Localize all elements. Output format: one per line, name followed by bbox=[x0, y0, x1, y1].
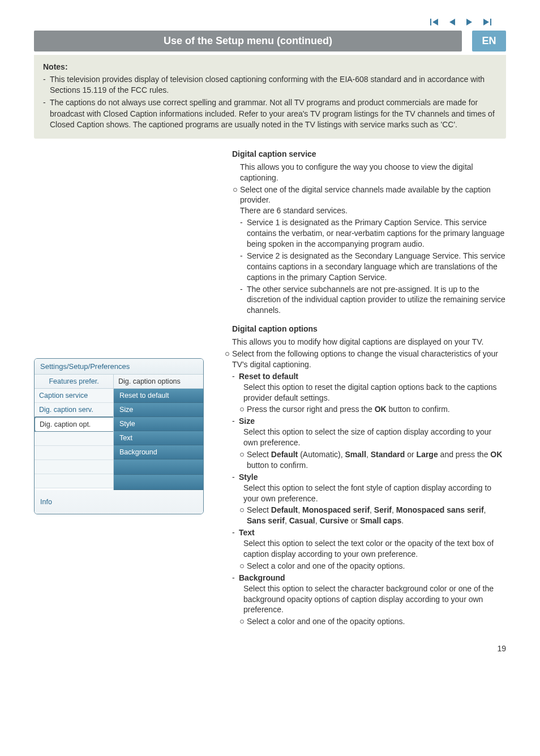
list-item: Press the cursor right and press the OK … bbox=[247, 404, 450, 415]
option-heading: Text bbox=[239, 527, 255, 538]
panel-left-item bbox=[35, 474, 113, 488]
svg-marker-4 bbox=[483, 19, 489, 25]
paragraph: This allows you to configure the way you… bbox=[240, 162, 506, 183]
option-heading: Reset to default bbox=[239, 371, 298, 382]
list-item: Select a color and one of the opacity op… bbox=[247, 561, 405, 572]
list-item: Select from the following options to cha… bbox=[232, 349, 506, 370]
last-icon[interactable] bbox=[479, 17, 495, 26]
panel-left-item bbox=[35, 446, 113, 460]
panel-left-item[interactable]: Caption service bbox=[35, 389, 113, 403]
panel-right-item[interactable]: Style bbox=[114, 417, 203, 431]
panel-breadcrumb: Settings/Setup/Preferences bbox=[35, 359, 203, 375]
next-icon[interactable] bbox=[462, 17, 477, 26]
paragraph: Select this option to select the charact… bbox=[243, 583, 506, 616]
list-item: Select a color and one of the opacity op… bbox=[247, 616, 405, 627]
note-item: The captions do not always use correct s… bbox=[50, 97, 497, 131]
paragraph: Select this option to reset the digital … bbox=[243, 382, 506, 403]
prev-icon[interactable] bbox=[445, 17, 460, 26]
panel-left-header: Features prefer. bbox=[35, 375, 113, 389]
svg-marker-1 bbox=[432, 19, 438, 25]
option-heading: Background bbox=[239, 573, 285, 583]
svg-rect-0 bbox=[430, 19, 431, 25]
list-item: Service 2 is designated as the Secondary… bbox=[247, 251, 506, 283]
panel-right-item[interactable]: Text bbox=[114, 431, 203, 445]
nav-controls bbox=[34, 17, 506, 26]
panel-left-item bbox=[35, 460, 113, 474]
paragraph: Select this option to select the font st… bbox=[243, 483, 506, 504]
first-icon[interactable] bbox=[427, 17, 443, 26]
paragraph: There are 6 standard services. bbox=[240, 205, 506, 216]
paragraph: This allows you to modify how digital ca… bbox=[232, 337, 506, 347]
panel-left-item[interactable]: Dig. caption serv. bbox=[35, 403, 113, 417]
body-text: Digital caption service This allows you … bbox=[232, 149, 506, 627]
paragraph: Select this option to select the text co… bbox=[243, 538, 506, 560]
panel-right-item bbox=[114, 475, 203, 490]
panel-right-item bbox=[114, 459, 203, 475]
page-title: Use of the Setup menu (continued) bbox=[34, 31, 462, 51]
notes-box: Notes: -This television provides display… bbox=[34, 55, 506, 139]
list-item: Select Default, Monospaced serif, Serif,… bbox=[247, 505, 506, 526]
paragraph: Select this option to select the size of… bbox=[243, 427, 506, 448]
language-badge: EN bbox=[472, 31, 506, 51]
panel-info: Info bbox=[35, 490, 203, 514]
panel-right-item[interactable]: Reset to default bbox=[114, 389, 203, 403]
svg-rect-5 bbox=[490, 19, 491, 25]
panel-right-item[interactable]: Background bbox=[114, 445, 203, 459]
notes-heading: Notes: bbox=[43, 62, 68, 71]
settings-panel: Settings/Setup/Preferences Features pref… bbox=[34, 358, 204, 514]
panel-right-header: Dig. caption options bbox=[114, 375, 203, 389]
section-heading: Digital caption service bbox=[232, 149, 506, 160]
panel-right-item[interactable]: Size bbox=[114, 403, 203, 417]
note-item: This television provides display of tele… bbox=[50, 74, 497, 96]
option-heading: Style bbox=[239, 472, 258, 483]
option-heading: Size bbox=[239, 416, 255, 427]
list-item: Select Default (Automatic), Small, Stand… bbox=[247, 449, 506, 471]
panel-left-item-selected[interactable]: Dig. caption opt. bbox=[34, 416, 113, 432]
list-item: Service 1 is designated as the Primary C… bbox=[247, 217, 506, 250]
list-item: Select one of the digital service channe… bbox=[240, 184, 506, 206]
page-number: 19 bbox=[34, 644, 506, 653]
section-heading: Digital caption options bbox=[232, 324, 506, 334]
svg-marker-3 bbox=[466, 19, 472, 25]
panel-left-item bbox=[35, 432, 113, 446]
svg-marker-2 bbox=[449, 19, 455, 25]
list-item: The other service subchannels are not pr… bbox=[247, 284, 506, 316]
